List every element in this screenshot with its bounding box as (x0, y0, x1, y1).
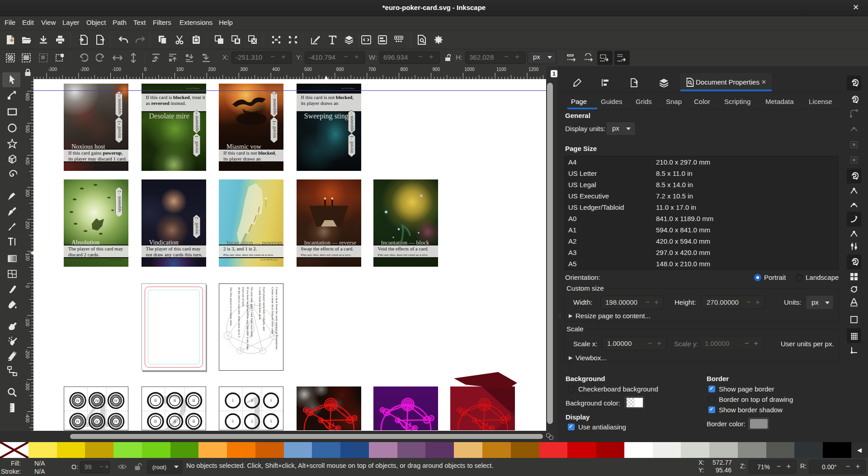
svg-text:ii: ii (173, 398, 176, 403)
svg-text:i: i (270, 419, 272, 424)
svg-text:900: 900 (432, 67, 440, 72)
svg-text:1000: 1000 (464, 67, 475, 72)
svg-text:300: 300 (25, 189, 30, 197)
svg-text:iv: iv (76, 398, 80, 403)
svg-text:600: 600 (336, 67, 344, 72)
svg-text:i: i (232, 419, 234, 424)
svg-text:100: 100 (176, 67, 184, 72)
svg-text:800: 800 (401, 67, 408, 72)
svg-text:500: 500 (25, 125, 30, 133)
svg-text:iv: iv (95, 398, 99, 403)
svg-text:700: 700 (368, 67, 376, 72)
svg-text:i: i (251, 419, 253, 424)
svg-text:iv: iv (114, 419, 118, 424)
svg-text:-200: -200 (80, 67, 89, 72)
svg-text:-400: -400 (25, 414, 30, 423)
svg-text:ii: ii (192, 398, 195, 403)
svg-text:-300: -300 (48, 67, 57, 72)
svg-text:-300: -300 (25, 382, 30, 391)
svg-text:ii: ii (154, 398, 157, 403)
svg-text:0: 0 (25, 285, 30, 288)
svg-text:i: i (270, 398, 272, 403)
svg-text:iv: iv (95, 419, 99, 424)
svg-text:-100: -100 (25, 317, 30, 326)
svg-text:ii: ii (192, 419, 195, 424)
svg-text:1100: 1100 (496, 67, 506, 72)
svg-text:100: 100 (25, 253, 30, 261)
svg-text:-200: -200 (25, 349, 30, 358)
svg-text:500: 500 (304, 67, 312, 72)
svg-text:iv: iv (114, 398, 118, 403)
svg-text:300: 300 (240, 67, 248, 72)
svg-text:200: 200 (25, 221, 30, 229)
svg-text:1200: 1200 (528, 67, 539, 72)
svg-text:0: 0 (144, 67, 147, 72)
svg-text:i: i (232, 398, 234, 403)
svg-text:i: i (251, 398, 253, 403)
svg-text:ii: ii (154, 419, 157, 424)
svg-text:200: 200 (208, 67, 216, 72)
svg-text:400: 400 (272, 67, 280, 72)
svg-text:600: 600 (25, 93, 30, 101)
svg-text:iv: iv (76, 419, 80, 424)
svg-text:400: 400 (25, 157, 30, 165)
svg-text:ii: ii (173, 419, 176, 424)
svg-text:-100: -100 (112, 67, 121, 72)
